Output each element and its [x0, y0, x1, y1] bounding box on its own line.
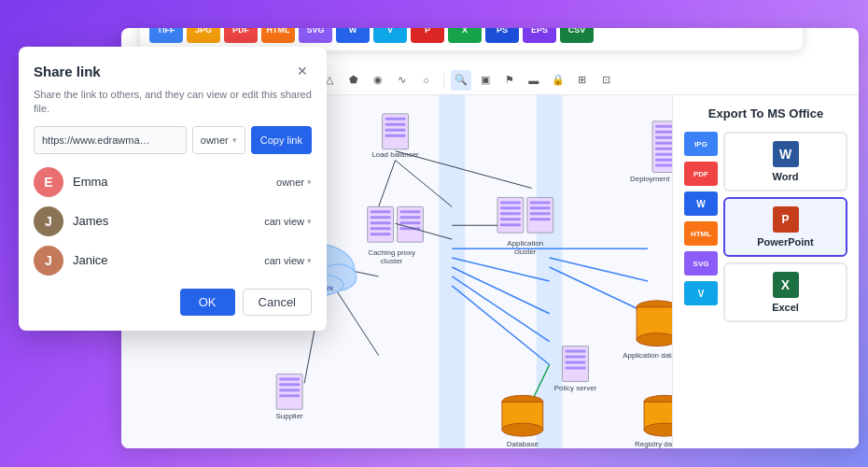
tool-grid2[interactable]: ⊡: [596, 70, 617, 91]
tool-grid1[interactable]: ⊞: [572, 70, 593, 91]
svg-rect-83: [279, 377, 300, 380]
svg-text:Application: Application: [507, 239, 543, 248]
excel-label: Excel: [772, 302, 799, 313]
user-row: JJanicecan view ▾: [34, 246, 312, 276]
svg-text:Caching proxy: Caching proxy: [368, 248, 415, 257]
export-fmt-eps[interactable]: EPS: [523, 28, 556, 43]
tool-circle[interactable]: ○: [416, 70, 437, 91]
user-role-badge[interactable]: can view ▾: [264, 216, 312, 227]
user-row: EEmmaowner ▾: [34, 167, 312, 197]
svg-rect-25: [400, 216, 421, 219]
user-name: Emma: [73, 175, 276, 189]
dialog-actions: OK Cancel: [34, 289, 312, 316]
export-fmt-w[interactable]: W: [336, 28, 370, 43]
export-icon-pdf[interactable]: PDF: [684, 162, 718, 186]
svg-rect-73: [566, 350, 586, 353]
owner-label: owner: [201, 134, 229, 146]
svg-rect-22: [371, 233, 391, 235]
svg-text:Policy server: Policy server: [554, 384, 597, 392]
tool-lock[interactable]: 🔒: [548, 70, 568, 91]
owner-badge[interactable]: owner ▾: [192, 126, 245, 154]
svg-point-80: [502, 423, 543, 436]
svg-text:cluster: cluster: [514, 248, 537, 256]
export-fmt-html[interactable]: HTML: [261, 28, 295, 43]
export-fmt-ps[interactable]: PS: [485, 28, 519, 43]
export-panel-title: Export To MS Office: [684, 106, 847, 120]
svg-rect-74: [566, 356, 586, 359]
word-icon: W: [773, 141, 799, 167]
cancel-button[interactable]: Cancel: [243, 289, 312, 316]
svg-text:cluster: cluster: [381, 257, 403, 265]
user-role-badge[interactable]: can view ▾: [264, 255, 312, 266]
svg-rect-18: [371, 210, 391, 213]
tool-flag[interactable]: ⚑: [499, 70, 520, 91]
svg-rect-24: [400, 210, 421, 213]
avatar: J: [34, 246, 63, 276]
tool-image[interactable]: ▣: [475, 70, 496, 91]
export-powerpoint-card[interactable]: P PowerPoint: [723, 197, 847, 257]
export-fmt-x[interactable]: X: [448, 28, 482, 43]
export-icon-html[interactable]: HTML: [684, 221, 718, 246]
tool-fill[interactable]: ◉: [368, 70, 388, 91]
user-role-badge[interactable]: owner ▾: [276, 177, 312, 188]
avatar: J: [34, 206, 63, 236]
export-excel-card[interactable]: X Excel: [723, 262, 847, 322]
svg-rect-55: [385, 123, 406, 126]
svg-rect-31: [500, 201, 521, 204]
tool-shape[interactable]: ⬟: [343, 70, 364, 91]
svg-rect-38: [530, 206, 551, 209]
svg-text:Supplier: Supplier: [276, 412, 303, 420]
svg-line-11: [550, 258, 648, 281]
share-link-input[interactable]: https://www.edrawmax.com/online/fil: [34, 126, 187, 154]
dialog-description: Share the link to others, and they can v…: [34, 88, 312, 117]
share-dialog: Share link ✕ Share the link to others, a…: [19, 47, 327, 331]
export-fmt-jpg[interactable]: JPG: [187, 28, 220, 43]
export-fmt-tiff[interactable]: TIFF: [149, 28, 183, 43]
svg-rect-85: [279, 389, 300, 391]
export-fmt-v[interactable]: V: [373, 28, 407, 43]
export-panel: Export To MS Office IPG PDF W HTML SVG V…: [672, 95, 859, 448]
export-icon-visio[interactable]: V: [684, 281, 718, 305]
chevron-down-icon: ▾: [307, 217, 312, 226]
svg-text:Database: Database: [507, 440, 539, 448]
export-icon-ipg[interactable]: IPG: [684, 132, 718, 156]
tool-bar[interactable]: ▬: [524, 70, 544, 91]
svg-rect-35: [500, 223, 521, 226]
export-fmt-svg[interactable]: SVG: [299, 28, 332, 43]
svg-text:Load balancer: Load balancer: [371, 150, 419, 159]
svg-line-4: [379, 161, 396, 207]
export-icon-word-small[interactable]: W: [684, 191, 718, 216]
ok-button[interactable]: OK: [180, 289, 235, 316]
svg-rect-75: [566, 361, 586, 363]
avatar: E: [34, 167, 63, 197]
export-fmt-csv[interactable]: CSV: [560, 28, 594, 43]
chevron-down-icon: ▾: [232, 135, 237, 145]
export-word-card[interactable]: W Word: [723, 132, 847, 191]
arrow-indicator: [803, 28, 840, 41]
chevron-down-icon: ▾: [307, 177, 312, 187]
user-name: James: [73, 214, 264, 228]
svg-rect-26: [400, 221, 421, 224]
svg-rect-34: [500, 218, 521, 220]
chevron-down-icon: ▾: [307, 256, 312, 265]
user-list: EEmmaowner ▾JJamescan view ▾JJanicecan v…: [34, 167, 312, 276]
svg-rect-32: [500, 206, 521, 209]
svg-line-8: [452, 276, 549, 342]
user-name: Janice: [73, 253, 264, 267]
dialog-header: Share link ✕: [34, 62, 312, 80]
svg-line-7: [452, 267, 549, 314]
svg-rect-37: [530, 201, 551, 204]
tool-curve[interactable]: ∿: [392, 70, 413, 91]
tool-zoom-highlight[interactable]: 🔍: [451, 70, 471, 91]
svg-rect-84: [279, 383, 300, 386]
share-link-row: https://www.edrawmax.com/online/fil owne…: [34, 126, 312, 154]
close-icon[interactable]: ✕: [293, 62, 312, 80]
export-fmt-p[interactable]: P: [411, 28, 444, 43]
svg-line-6: [452, 258, 549, 281]
svg-rect-56: [385, 129, 406, 132]
copy-link-button[interactable]: Copy link: [251, 126, 312, 154]
export-fmt-pdf[interactable]: PDF: [224, 28, 258, 43]
export-icon-svg[interactable]: SVG: [684, 251, 718, 276]
user-row: JJamescan view ▾: [34, 206, 312, 236]
svg-rect-57: [385, 134, 406, 137]
